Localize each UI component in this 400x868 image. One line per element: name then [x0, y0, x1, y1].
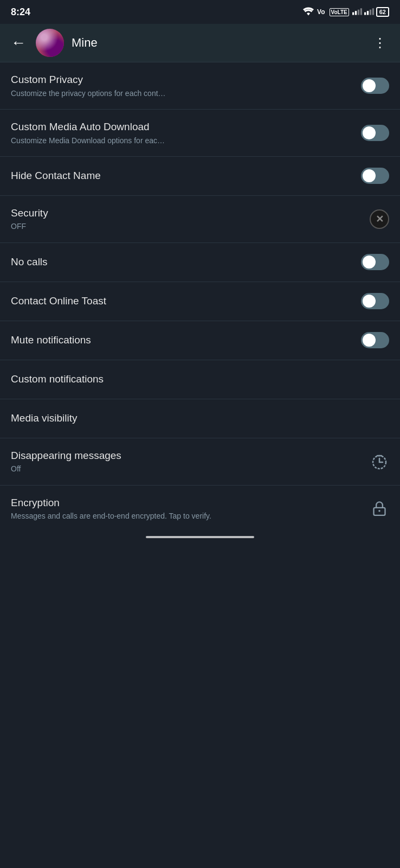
contact-name[interactable]: Mine — [72, 36, 362, 50]
setting-subtitle-custom-media: Customize Media Download options for eac… — [11, 136, 352, 145]
setting-text-encryption: Encryption Messages and calls are end-to… — [11, 496, 370, 521]
toggle-mute-notifications[interactable] — [361, 332, 389, 348]
svg-rect-3 — [360, 8, 362, 15]
setting-title-custom-media: Custom Media Auto Download — [11, 120, 352, 134]
toolbar: ← Mine ⋮ — [0, 24, 400, 62]
svg-rect-7 — [372, 8, 373, 15]
toggle-thumb-custom-privacy — [363, 79, 376, 92]
disappearing-timer-icon — [370, 452, 389, 471]
setting-title-security: Security — [11, 207, 361, 220]
toggle-custom-privacy[interactable] — [361, 78, 389, 94]
setting-encryption[interactable]: Encryption Messages and calls are end-to… — [0, 486, 400, 532]
svg-rect-4 — [364, 12, 366, 15]
back-button[interactable]: ← — [9, 32, 28, 54]
more-menu-button[interactable]: ⋮ — [369, 33, 391, 53]
setting-subtitle-disappearing-messages: Off — [11, 464, 361, 474]
setting-custom-privacy[interactable]: Custom Privacy Customize the privacy opt… — [0, 62, 400, 110]
setting-title-media-visibility: Media visibility — [11, 412, 380, 425]
toggle-no-calls[interactable] — [361, 254, 389, 270]
setting-title-custom-privacy: Custom Privacy — [11, 73, 352, 87]
volte-icon: VoLTE — [330, 8, 349, 16]
svg-rect-1 — [355, 11, 357, 15]
setting-security[interactable]: Security OFF ✕ — [0, 196, 400, 243]
svg-rect-6 — [370, 9, 371, 15]
setting-text-security: Security OFF — [11, 207, 370, 232]
avatar[interactable] — [36, 29, 64, 57]
svg-point-10 — [378, 510, 380, 512]
setting-text-disappearing-messages: Disappearing messages Off — [11, 449, 370, 474]
setting-contact-online-toast[interactable]: Contact Online Toast — [0, 282, 400, 321]
setting-title-disappearing-messages: Disappearing messages — [11, 449, 361, 463]
setting-text-custom-notifications: Custom notifications — [11, 373, 389, 386]
setting-mute-notifications[interactable]: Mute notifications — [0, 321, 400, 360]
setting-text-custom-media: Custom Media Auto Download Customize Med… — [11, 120, 361, 145]
bottom-bar — [0, 532, 400, 545]
lock-icon — [370, 499, 389, 518]
setting-media-visibility[interactable]: Media visibility — [0, 399, 400, 438]
settings-list: Custom Privacy Customize the privacy opt… — [0, 62, 400, 532]
setting-title-mute-notifications: Mute notifications — [11, 334, 352, 347]
setting-title-encryption: Encryption — [11, 496, 361, 510]
setting-custom-notifications[interactable]: Custom notifications — [0, 360, 400, 399]
status-icons: Vo VoLTE 62 — [303, 7, 389, 17]
toggle-contact-online-toast[interactable] — [361, 293, 389, 309]
toggle-thumb-custom-media — [363, 126, 376, 139]
wifi-icon — [303, 7, 314, 17]
security-x-mark: ✕ — [376, 213, 384, 225]
setting-text-mute-notifications: Mute notifications — [11, 334, 361, 347]
signal-bars-2 — [364, 8, 374, 17]
security-off-icon: ✕ — [370, 209, 389, 229]
setting-title-no-calls: No calls — [11, 256, 352, 269]
setting-text-contact-online-toast: Contact Online Toast — [11, 295, 361, 308]
setting-title-custom-notifications: Custom notifications — [11, 373, 380, 386]
svg-rect-2 — [358, 9, 359, 15]
signal-icon: Vo — [317, 8, 325, 16]
setting-title-hide-contact: Hide Contact Name — [11, 169, 352, 183]
setting-text-no-calls: No calls — [11, 256, 361, 269]
setting-subtitle-custom-privacy: Customize the privacy options for each c… — [11, 88, 352, 98]
toggle-hide-contact[interactable] — [361, 168, 389, 184]
signal-bars-1 — [352, 8, 362, 17]
setting-no-calls[interactable]: No calls — [0, 243, 400, 282]
setting-subtitle-security: OFF — [11, 221, 361, 231]
bottom-bar-indicator — [146, 536, 254, 538]
toggle-thumb-mute-notifications — [363, 334, 376, 347]
setting-title-contact-online-toast: Contact Online Toast — [11, 295, 352, 308]
setting-text-media-visibility: Media visibility — [11, 412, 389, 425]
setting-hide-contact-name[interactable]: Hide Contact Name — [0, 157, 400, 196]
status-bar: 8:24 Vo VoLTE — [0, 0, 400, 24]
svg-rect-0 — [352, 12, 354, 15]
battery-icon: 62 — [376, 7, 389, 17]
setting-text-custom-privacy: Custom Privacy Customize the privacy opt… — [11, 73, 361, 98]
toggle-custom-media[interactable] — [361, 125, 389, 141]
setting-disappearing-messages[interactable]: Disappearing messages Off — [0, 438, 400, 486]
setting-subtitle-encryption: Messages and calls are end-to-end encryp… — [11, 511, 361, 521]
toggle-thumb-no-calls — [363, 256, 376, 269]
toggle-thumb-contact-online-toast — [363, 295, 376, 308]
status-time: 8:24 — [11, 7, 30, 18]
setting-custom-media-auto-download[interactable]: Custom Media Auto Download Customize Med… — [0, 110, 400, 157]
setting-text-hide-contact: Hide Contact Name — [11, 169, 361, 183]
toggle-thumb-hide-contact — [363, 169, 376, 182]
svg-rect-5 — [367, 11, 369, 15]
